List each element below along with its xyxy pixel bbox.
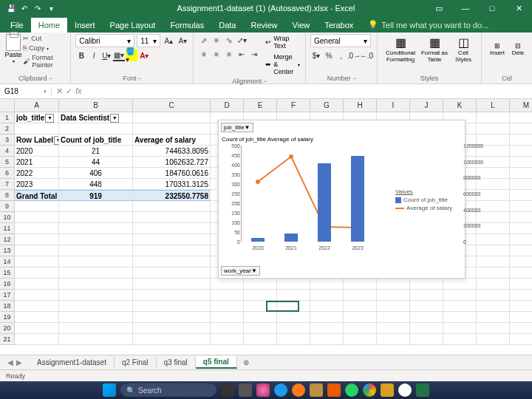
cell-D16[interactable] [211, 279, 244, 290]
col-header-M[interactable]: M [510, 99, 532, 112]
bar-2021[interactable] [284, 233, 298, 242]
cell-G21[interactable] [310, 334, 344, 345]
increase-font-icon[interactable]: A▴ [163, 35, 174, 47]
cell-L12[interactable] [477, 234, 510, 245]
cell-E18[interactable] [244, 301, 277, 312]
align-left-icon[interactable]: ≡ [198, 48, 210, 60]
cell-A21[interactable] [15, 334, 59, 345]
cell-B4[interactable]: 21 [59, 146, 133, 157]
edge-icon[interactable] [274, 383, 287, 397]
taskbar-app-2[interactable] [239, 383, 252, 397]
cell-A6[interactable]: 2022 [15, 168, 59, 179]
cell-C15[interactable] [133, 267, 211, 279]
cell-B12[interactable] [59, 234, 133, 245]
cell-C7[interactable]: 170331.3125 [133, 179, 211, 190]
cell-M9[interactable] [510, 201, 532, 212]
qat-dropdown-icon[interactable]: ▾ [46, 3, 56, 13]
cell-L8[interactable] [477, 190, 510, 201]
cut-button[interactable]: ✂Cut [22, 34, 66, 43]
col-header-H[interactable]: H [344, 99, 377, 112]
cell-F17[interactable] [277, 290, 310, 301]
cell-K17[interactable] [443, 290, 477, 301]
cell-L14[interactable] [477, 256, 510, 267]
row-header-18[interactable]: 18 [0, 301, 15, 312]
taskbar-app-5[interactable] [381, 383, 394, 397]
cell-G16[interactable] [310, 279, 344, 290]
tab-view[interactable]: View [285, 18, 318, 33]
cell-M7[interactable] [510, 179, 532, 190]
cell-C8[interactable]: 232550.7758 [133, 190, 211, 201]
cell-M18[interactable] [510, 301, 532, 312]
cell-A17[interactable] [15, 290, 59, 301]
underline-button[interactable]: U▾ [100, 50, 112, 61]
worksheet-grid[interactable]: ABCDEFGHIJKLMN 1234567891011121314151617… [0, 99, 532, 343]
cell-I19[interactable] [377, 312, 410, 323]
name-box[interactable]: G18▾ [0, 87, 52, 95]
row-header-7[interactable]: 7 [0, 179, 15, 190]
cell-B1[interactable]: Data Scientist▼ [59, 112, 133, 123]
sheet-nav-prev[interactable]: ◀ [7, 358, 13, 366]
orientation-icon[interactable]: ⤢▾ [236, 34, 248, 46]
row-header-14[interactable]: 14 [0, 256, 15, 267]
cell-B17[interactable] [59, 290, 133, 301]
col-header-L[interactable]: L [477, 99, 510, 112]
col-header-C[interactable]: C [133, 99, 211, 112]
font-name-combo[interactable]: Calibri▾ [75, 34, 134, 47]
italic-button[interactable]: I [88, 50, 100, 61]
maximize-button[interactable]: □ [479, 0, 505, 16]
cell-C9[interactable] [133, 201, 211, 212]
cell-H16[interactable] [344, 279, 377, 290]
cell-L11[interactable] [477, 223, 510, 234]
filter-dropdown-icon[interactable]: ▼ [45, 114, 54, 123]
alignment-launcher[interactable] [263, 78, 267, 85]
row-header-20[interactable]: 20 [0, 323, 15, 334]
cell-A18[interactable] [15, 301, 59, 312]
row-header-4[interactable]: 4 [0, 146, 15, 157]
cell-G17[interactable] [310, 290, 344, 301]
filter-dropdown-icon[interactable]: ▼ [110, 114, 119, 123]
cell-C10[interactable] [133, 212, 211, 223]
copy-button[interactable]: ⎘Copy▾ [22, 44, 66, 52]
cell-M12[interactable] [510, 234, 532, 245]
cell-C18[interactable] [133, 301, 211, 312]
cell-B20[interactable] [59, 323, 133, 334]
row-header-12[interactable]: 12 [0, 234, 15, 245]
cell-B13[interactable] [59, 245, 133, 256]
row-header-2[interactable]: 2 [0, 123, 15, 134]
bar-2023[interactable] [351, 156, 364, 242]
clipboard-launcher[interactable] [49, 75, 52, 82]
cell-E16[interactable] [244, 279, 277, 290]
cell-G20[interactable] [310, 323, 344, 334]
cell-E19[interactable] [244, 312, 277, 323]
cell-J20[interactable] [410, 323, 443, 334]
cell-K21[interactable] [443, 334, 477, 345]
cell-C14[interactable] [133, 256, 211, 267]
col-header-D[interactable]: D [211, 99, 244, 112]
align-right-icon[interactable]: ≡ [223, 48, 235, 60]
cell-K19[interactable] [443, 312, 477, 323]
cell-M4[interactable] [510, 146, 532, 157]
row-header-15[interactable]: 15 [0, 267, 15, 279]
cell-F19[interactable] [277, 312, 310, 323]
format-as-table-button[interactable]: ▦Format as Table [419, 34, 450, 64]
cell-M11[interactable] [510, 223, 532, 234]
cell-C11[interactable] [133, 223, 211, 234]
conditional-formatting-button[interactable]: ▦Conditional Formatting [382, 34, 419, 64]
cell-B21[interactable] [59, 334, 133, 345]
sheet-tab-3[interactable]: q5 final [196, 356, 237, 369]
merge-center-button[interactable]: ⬌Merge & Center▾ [265, 52, 301, 76]
cell-L15[interactable] [477, 267, 510, 279]
tab-page-layout[interactable]: Page Layout [103, 18, 163, 33]
row-header-1[interactable]: 1 [0, 112, 15, 123]
cell-styles-button[interactable]: ◫Cell Styles [450, 34, 477, 64]
cell-G18[interactable] [310, 301, 344, 312]
cell-B2[interactable] [59, 123, 133, 134]
currency-icon[interactable]: $▾ [310, 50, 322, 61]
cell-K18[interactable] [443, 301, 477, 312]
taskbar-app-1[interactable] [221, 383, 234, 397]
cell-C3[interactable]: Average of salary [133, 134, 211, 146]
cell-H18[interactable] [344, 301, 377, 312]
increase-indent-icon[interactable]: ⇥ [248, 48, 260, 60]
cell-C16[interactable] [133, 279, 211, 290]
cell-I21[interactable] [377, 334, 410, 345]
